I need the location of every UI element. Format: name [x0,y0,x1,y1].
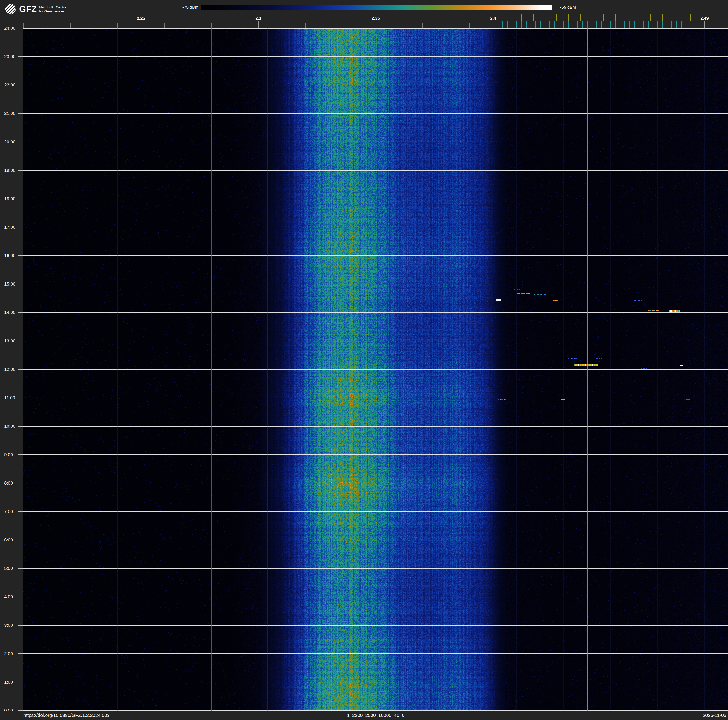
colorbar [201,5,552,10]
header-bar: GFZ Helmholtz Centre for Geosciences -75… [0,0,728,28]
time-tick-dash [18,57,23,57]
freq-major-tick [704,21,705,28]
date-text: 2025-11-05 [703,711,726,720]
ble-channel-tick [676,21,677,28]
hour-gridline [23,57,728,57]
ble-channel-tick [512,21,512,28]
wifi-channel-tick [544,14,545,21]
freq-tick-label: 2.49 [695,16,714,21]
wifi-channel-tick [627,14,627,21]
freq-gridline [70,28,70,711]
freq-tick-label: 2.4 [484,16,503,21]
freq-tick-label: 2.3 [249,16,268,21]
hour-gridline [23,28,728,29]
rf-event [534,294,547,296]
hour-gridline [23,256,728,256]
freq-minor-tick [399,23,399,28]
time-tick-dash [18,284,23,284]
wifi-channel-tick [662,14,663,21]
freq-gridline [704,28,705,711]
carrier-line [399,28,399,711]
ble-channel-tick [653,21,653,28]
ble-channel-tick [578,21,578,28]
logo-subtitle-line2: for Geosciences [39,9,66,13]
hour-gridline [23,369,728,370]
ble-channel-tick [559,21,560,28]
ble-channel-tick [554,21,555,28]
time-tick-dash [18,426,23,426]
rf-event [514,289,522,290]
freq-gridline [352,28,352,711]
freq-major-tick [258,21,258,28]
time-tick-dash [18,28,23,28]
wifi-channel-tick [603,14,604,21]
ble-channel-tick [629,21,630,28]
carrier-line [117,28,118,711]
freq-gridline [516,28,517,711]
wifi-channel-tick [615,14,616,21]
freq-minor-tick [470,23,470,28]
hour-gridline [23,170,728,171]
time-tick-dash [18,625,23,625]
spectrogram-app: GFZ Helmholtz Centre for Geosciences -75… [0,0,728,720]
time-tick-dash [18,256,23,256]
hour-gridline [23,511,728,512]
spectrogram-plot [23,28,728,711]
freq-minor-tick [446,23,447,28]
freq-minor-tick [211,23,212,28]
ble-channel-tick [601,21,602,28]
time-tick-dash [18,227,23,227]
time-tick-dash [18,483,23,483]
time-tick-dash [18,597,23,597]
ble-channel-tick [624,21,625,28]
colorbar-min-label: -75 dBm [164,5,199,10]
logo-subtitle: Helmholtz Centre for Geosciences [39,5,66,13]
freq-minor-tick [235,23,235,28]
ble-channel-tick [639,21,639,28]
ble-channel-tick [544,21,545,28]
ble-channel-tick [667,21,667,28]
ble-channel-tick [526,21,526,28]
rf-event [517,293,531,294]
time-tick-dash [18,398,23,398]
hour-gridline [23,113,728,114]
ble-channel-tick [587,21,587,28]
freq-minor-tick [422,23,423,28]
rf-event [641,368,647,369]
freq-minor-tick [281,23,282,28]
rf-event [568,358,578,358]
time-tick-dash [18,654,23,654]
rf-event [686,399,690,400]
wifi-channel-tick [580,14,581,21]
rf-event [596,358,604,359]
hour-gridline [23,625,728,625]
time-tick-dash [18,170,23,171]
carrier-line [493,28,493,711]
ble-channel-tick [582,21,583,28]
ble-channel-tick [531,21,531,28]
ble-channel-tick [643,21,644,28]
hour-gridline [23,597,728,597]
ble-channel-tick [516,21,517,28]
rf-event [496,299,502,301]
time-tick-dash [18,142,23,142]
freq-gridline [657,28,658,711]
wifi-channel-tick [639,14,639,21]
ble-channel-tick [573,21,574,28]
ble-channel-tick [620,21,621,28]
ble-channel-tick [681,21,682,28]
carrier-line [268,28,268,711]
time-tick-dash [18,455,23,455]
freq-major-tick [493,21,493,28]
rf-event [669,310,680,312]
freq-tick-label: 2.25 [132,16,150,21]
hour-gridline [23,341,728,341]
freq-minor-tick [188,23,188,28]
wifi-channel-tick [690,14,691,21]
rf-event [574,365,598,366]
time-tick-dash [18,199,23,199]
freq-gridline [422,28,423,711]
hour-gridline [23,284,728,284]
wifi-channel-tick [533,14,534,21]
freq-major-tick [376,21,376,28]
